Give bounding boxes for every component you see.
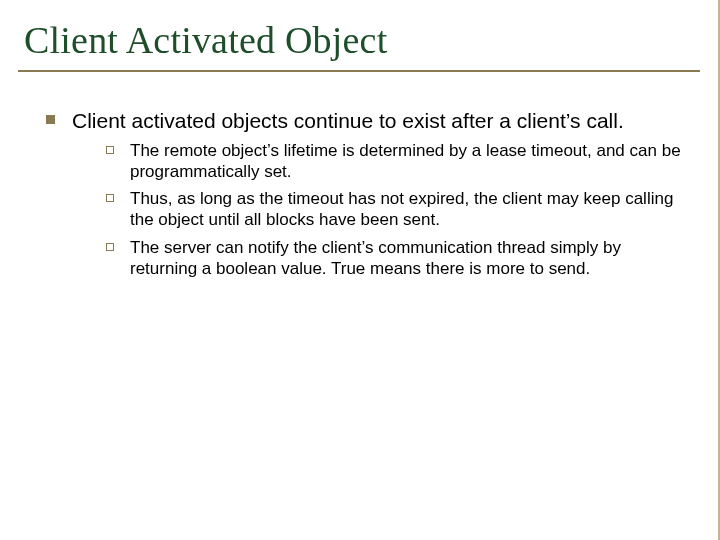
bullet-level2-text: The server can notify the client’s commu… — [130, 237, 690, 280]
subpoints-group: The remote object’s lifetime is determin… — [72, 134, 690, 280]
bullet-level2-text: The remote object’s lifetime is determin… — [130, 140, 690, 183]
hollow-square-bullet-icon — [106, 243, 114, 251]
bullet-level2: The remote object’s lifetime is determin… — [106, 140, 690, 183]
bullet-level2: The server can notify the client’s commu… — [106, 237, 690, 280]
slide-title: Client Activated Object — [24, 18, 700, 62]
content-area: Client activated objects continue to exi… — [18, 108, 700, 279]
bullet-level1-text: Client activated objects continue to exi… — [72, 108, 690, 134]
bullet-level2: Thus, as long as the timeout has not exp… — [106, 188, 690, 231]
hollow-square-bullet-icon — [106, 194, 114, 202]
bullet-level2-text: Thus, as long as the timeout has not exp… — [130, 188, 690, 231]
title-area: Client Activated Object — [18, 18, 700, 72]
hollow-square-bullet-icon — [106, 146, 114, 154]
bullet-level1: Client activated objects continue to exi… — [46, 108, 690, 279]
square-bullet-icon — [46, 115, 55, 124]
slide: Client Activated Object Client activated… — [0, 0, 720, 540]
